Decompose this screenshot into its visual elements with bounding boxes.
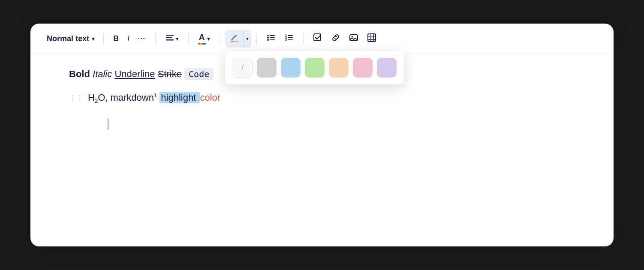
italic-text: Italic (93, 69, 112, 79)
code-text: Code (184, 68, 214, 80)
divider-2 (155, 33, 156, 45)
svg-text:3: 3 (285, 38, 287, 41)
svg-rect-9 (270, 37, 275, 38)
ordered-list-button[interactable]: 1 2 3 (280, 30, 298, 48)
font-color-button[interactable]: A ▾ (194, 30, 214, 48)
svg-rect-19 (350, 35, 358, 41)
svg-point-8 (267, 37, 269, 39)
divider-3 (188, 33, 189, 45)
content-line-2: H2O, markdown1 highlight color (88, 90, 220, 105)
link-button[interactable] (327, 30, 345, 48)
bullet-list-icon (266, 33, 276, 45)
image-icon (349, 33, 358, 45)
svg-rect-17 (288, 39, 293, 40)
align-icon (165, 33, 175, 45)
align-button[interactable]: ▾ (161, 30, 183, 48)
highlight-dropdown-anchor: ▾ / (225, 30, 251, 48)
subscript-2: 2 (95, 98, 98, 104)
strike-text: Strike (158, 69, 182, 79)
color-swatch-gray[interactable] (257, 58, 277, 78)
no-color-icon: / (241, 63, 244, 72)
link-icon (331, 33, 340, 45)
highlight-dropdown-arrow[interactable]: ▾ (243, 30, 251, 48)
svg-rect-1 (166, 37, 172, 38)
content-line-2-wrapper: ⋮⋮ H2O, markdown1 highlight color (69, 90, 575, 105)
table-icon (367, 33, 376, 45)
divider-5 (256, 33, 257, 45)
more-button[interactable]: ··· (134, 32, 150, 45)
svg-rect-4 (235, 41, 237, 42)
divider-6 (303, 33, 304, 45)
svg-rect-2 (166, 39, 174, 41)
color-swatch-blue[interactable] (281, 58, 301, 78)
colored-text: color (200, 92, 220, 103)
italic-label: I (127, 34, 129, 43)
font-color-icon: A (198, 33, 206, 45)
image-button[interactable] (345, 30, 363, 48)
svg-rect-7 (270, 35, 275, 36)
svg-rect-0 (166, 35, 174, 36)
color-swatch-none[interactable]: / (233, 58, 253, 78)
text-style-dropdown[interactable]: Normal text ▾ (43, 32, 98, 46)
color-swatch-pink[interactable] (353, 58, 373, 78)
font-color-chevron-icon: ▾ (207, 36, 210, 42)
toolbar: Normal text ▾ B I ··· ▾ (30, 24, 614, 54)
drag-handle-icon[interactable]: ⋮⋮ (69, 94, 83, 102)
table-button[interactable] (363, 30, 381, 48)
svg-rect-5 (237, 41, 238, 42)
underline-text: Underline (114, 69, 155, 79)
divider-4 (220, 33, 220, 45)
highlighted-text: highlight (159, 92, 200, 103)
text-style-label: Normal text (47, 34, 89, 43)
color-swatch-purple[interactable] (377, 58, 397, 78)
svg-point-6 (267, 35, 269, 36)
superscript-1: 1 (154, 92, 157, 99)
checkbox-icon (313, 33, 322, 45)
highlight-pencil-icon (229, 33, 239, 45)
svg-rect-21 (368, 34, 376, 42)
svg-rect-3 (231, 41, 235, 42)
divider-1 (103, 33, 104, 45)
svg-point-10 (267, 39, 269, 41)
svg-point-20 (352, 36, 353, 37)
highlight-button[interactable] (225, 30, 243, 48)
bullet-list-button[interactable] (262, 30, 280, 48)
bold-label: B (113, 34, 119, 43)
align-chevron-icon: ▾ (176, 36, 179, 42)
highlight-color-dropdown: / (225, 51, 404, 84)
svg-rect-11 (270, 39, 275, 40)
text-cursor (108, 118, 108, 130)
svg-rect-15 (288, 37, 293, 38)
more-label: ··· (138, 35, 146, 42)
bold-button[interactable]: B (109, 31, 123, 46)
bold-text: Bold (69, 69, 90, 79)
italic-button[interactable]: I (123, 31, 134, 46)
color-swatch-orange[interactable] (329, 58, 349, 78)
cursor-line (69, 118, 575, 139)
editor-card: Normal text ▾ B I ··· ▾ (30, 24, 614, 246)
ordered-list-icon: 1 2 3 (284, 33, 294, 45)
highlight-chevron-icon: ▾ (246, 36, 249, 42)
text-style-chevron-icon: ▾ (92, 36, 95, 42)
svg-rect-13 (288, 35, 293, 36)
color-swatch-green[interactable] (305, 58, 325, 78)
task-list-button[interactable] (309, 30, 327, 48)
